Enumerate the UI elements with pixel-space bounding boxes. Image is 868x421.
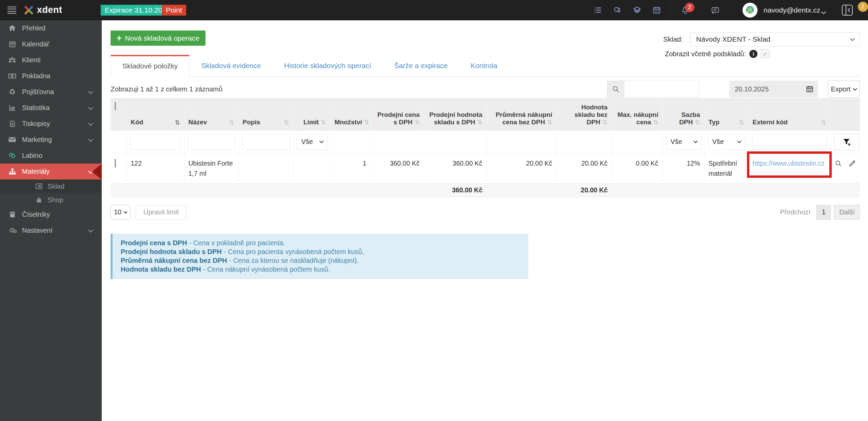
sidebar-item-statistika[interactable]: Statistika [0,100,102,116]
sidebar-item-tiskopisy[interactable]: Tiskopisy [0,116,102,132]
col-header-select-all [111,99,126,131]
topbar: xdent Expirace 31.10.2025 Point 2 navody… [0,0,868,20]
col-header-sazba-dph[interactable]: Sazba DPH⇅ [663,99,704,131]
sort-icon: ⇅ [477,119,482,126]
info-icon[interactable]: i [749,50,757,58]
sidebar-item-ciselniky[interactable]: Číselníky [0,207,102,223]
col-header-nazev[interactable]: Název⇅ [184,99,238,131]
warehouse-select[interactable]: Návody XDENT - Sklad [690,32,860,46]
gears-icon: ⚙⚙ [7,226,17,235]
user-email[interactable]: navody@dentx.cz [764,0,820,20]
sidebar-item-pojistovna[interactable]: ♻ Pojišťovna [0,84,102,100]
col-header-typ[interactable]: Typ⇅ [704,99,748,131]
sidebar-item-klienti[interactable]: Klienti [0,52,102,68]
export-button[interactable]: Export [828,81,860,98]
sidebar-item-prehled[interactable]: Přehled [0,20,102,36]
col-header-popis[interactable]: Popis⇅ [238,99,293,131]
sidebar-item-labino[interactable]: Labino [0,148,102,164]
hamburger-menu-icon[interactable] [7,6,16,14]
tab-skladova-evidence[interactable]: Skladová evidence [190,55,272,76]
sidebar-item-marketing[interactable]: Marketing [0,132,102,148]
previous-page-button[interactable]: Předchozí [780,208,810,216]
col-header-prodejni-hodnota[interactable]: Prodejní hodnota skladu s DPH⇅ [424,99,487,131]
search-input[interactable] [624,81,699,98]
page-number-button[interactable]: 1 [816,205,831,220]
row-search-icon[interactable] [834,160,842,167]
sort-icon: ⇅ [602,119,607,126]
chat-icon[interactable] [613,6,622,15]
date-field[interactable]: 20.10.2025 [729,81,818,98]
next-page-button[interactable]: Další [834,205,860,220]
filter-select-limit[interactable]: Vše [297,134,328,150]
point-badge: Point [162,5,186,16]
sort-icon: ⇅ [653,119,658,126]
filter-cell-empty [111,131,126,153]
cell-popis [238,153,293,183]
brand-logo[interactable]: xdent [24,5,62,15]
tab-kontrola[interactable]: Kontrola [459,55,509,76]
sidebar-subitem-shop[interactable]: Shop [0,193,102,207]
sort-icon: ⇅ [364,119,369,126]
home-icon [7,24,17,33]
book-icon [7,210,17,219]
cell-kod: 122 [126,153,184,183]
filter-input-nazev[interactable] [188,134,235,150]
col-header-hodnota-skladu[interactable]: Hodnota skladu bez DPH⇅ [556,99,612,131]
chevron-down-icon [853,86,857,91]
edit-limit-button[interactable]: Upravit limit [136,205,186,220]
tab-historie-skladovych-operaci[interactable]: Historie skladových operací [273,55,383,76]
filter-select-sazba-dph[interactable]: Vše [666,134,702,150]
plus-icon: + [117,34,122,42]
sidebar-item-kalendar[interactable]: Kalendář [0,36,102,52]
calendar-field-icon[interactable] [806,85,814,93]
subwarehouse-checkbox[interactable]: ✓ [761,49,770,58]
avatar[interactable] [743,3,757,18]
notification-badge[interactable]: 2 [685,3,694,12]
filter-row: Vše Vše Vše [111,131,860,153]
tab-sarze-a-expirace[interactable]: Šarže a expirace [383,55,459,76]
search-icon [607,81,624,98]
chevron-down-icon[interactable] [822,9,825,15]
list-menu-icon[interactable] [593,6,602,15]
topbar-divider [670,4,670,16]
col-header-max-nakupni[interactable]: Max. nákupní cena⇅ [612,99,663,131]
col-header-limit[interactable]: Limit⇅ [293,99,330,131]
row-edit-pencil-icon[interactable] [848,160,856,167]
sidebar-item-materialy[interactable]: Materiály [0,164,102,180]
col-header-prumerna-nakupni[interactable]: Průměrná nákupní cena bez DPH⇅ [487,99,556,131]
select-all-checkbox[interactable] [115,102,116,110]
collapse-panel-icon[interactable] [842,4,853,16]
banknote-icon [7,71,17,80]
clear-filter-button[interactable] [834,133,859,150]
filter-select-typ[interactable]: Vše [708,134,745,150]
filter-input-kod[interactable] [130,134,181,150]
new-stock-operation-button[interactable]: + Nová skladová operace [111,30,205,46]
row-checkbox[interactable] [115,159,116,168]
layers-icon[interactable] [633,6,642,15]
corner-counter-badge[interactable]: 2 [858,2,868,12]
chevron-down-icon [88,89,94,94]
table-toolbar: Zobrazuji 1 až 1 z celkem 1 záznamů 20.1… [111,81,860,98]
sidebar-item-pokladna[interactable]: Pokladna [0,68,102,84]
chevron-down-icon [88,168,94,174]
filter-input-externi-kod[interactable] [752,134,827,150]
col-header-externi-kod[interactable]: Externí kód⇅ [748,99,830,131]
legend-line: Průměrná nákupní cena bez DPH- Cena za k… [121,256,520,265]
tab-skladove-polozky[interactable]: Skladové položky [111,55,190,77]
filter-input-popis[interactable] [242,134,290,150]
labino-link-icon [7,151,17,160]
message-icon[interactable] [711,6,719,15]
sidebar-item-nastaveni[interactable]: ⚙⚙ Nastavení [0,223,102,238]
col-header-prodejni-cena[interactable]: Prodejní cena s DPH⇅ [371,99,424,131]
bar-chart-icon [7,103,17,112]
sort-icon: ⇅ [695,119,700,126]
col-header-kod[interactable]: Kód⇅ [126,99,184,131]
external-code-link[interactable]: https://www.ubistestin.cz [753,160,825,167]
col-header-mnozstvi[interactable]: Množství⇅ [330,99,371,131]
sidebar-subitem-sklad[interactable]: Sklad [0,180,102,193]
page-size-select[interactable]: 10 [111,205,130,220]
sitemap-icon [7,167,17,176]
xdent-logo-icon [24,5,34,15]
calendar-topbar-icon[interactable] [652,6,661,15]
chevron-down-icon [88,136,94,142]
